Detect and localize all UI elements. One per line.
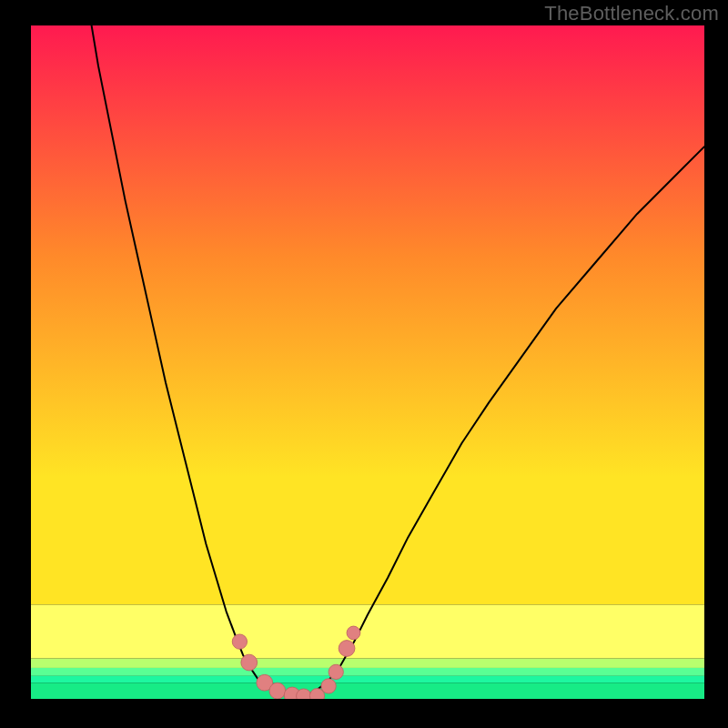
marker-dot [321, 679, 336, 693]
marker-dot [232, 634, 247, 649]
marker-dot [329, 664, 343, 679]
lowband-1 [31, 659, 704, 668]
marker-dot [269, 682, 286, 699]
lowband-3 [31, 676, 704, 682]
watermark-text: TheBottleneck.com [544, 2, 719, 25]
chart-frame: TheBottleneck.com [0, 0, 728, 728]
band-yellow [31, 604, 704, 658]
marker-dot [241, 654, 258, 671]
marker-dot [339, 641, 355, 657]
green-bottom [31, 682, 704, 699]
marker-dot [347, 626, 360, 640]
bottleneck-chart [31, 25, 704, 699]
gradient-background [31, 25, 704, 604]
lowband-2 [31, 668, 704, 676]
